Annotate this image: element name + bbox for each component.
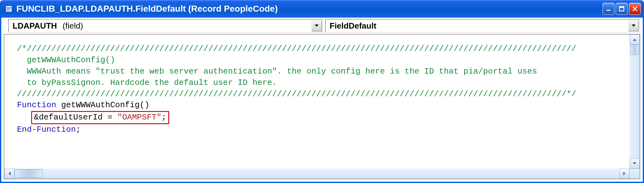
code-string: "OAMPSFT": [117, 113, 161, 122]
horizontal-scroll-thumb[interactable]: [14, 169, 43, 178]
svg-rect-3: [7, 10, 10, 10]
svg-rect-6: [619, 7, 624, 8]
titlebar[interactable]: FUNCLIB_LDAP.LDAPAUTH.FieldDefault (Reco…: [1, 0, 643, 18]
window-buttons: [602, 3, 641, 15]
chevron-left-icon: [8, 171, 11, 176]
event-dropdown-button[interactable]: [628, 20, 639, 31]
scrollbar-corner: [630, 169, 640, 179]
svg-rect-4: [607, 10, 610, 11]
code-area[interactable]: /*//////////////////////////////////////…: [4, 35, 630, 169]
code-semicolon: ;: [162, 113, 167, 122]
code-comment: /*//////////////////////////////////////…: [17, 44, 576, 53]
code-comment: to byPassSignon. Hardcode the default us…: [17, 78, 277, 87]
scroll-left-button[interactable]: [4, 169, 14, 179]
svg-rect-1: [7, 7, 11, 8]
scroll-right-button[interactable]: [619, 169, 630, 179]
vertical-scroll-thumb[interactable]: [630, 45, 639, 55]
horizontal-scroll-track[interactable]: [14, 169, 619, 179]
code-comment: ////////////////////////////////////////…: [17, 89, 576, 99]
code-keyword: End-Function: [17, 125, 76, 134]
code-identifier: getWWWAuthConfig(): [56, 100, 149, 110]
code-operator: =: [108, 113, 117, 122]
code-editor: /*//////////////////////////////////////…: [4, 34, 640, 179]
close-button[interactable]: [629, 3, 641, 15]
event-dropdown-value: FieldDefault: [330, 21, 376, 31]
code-semicolon: ;: [76, 125, 81, 134]
dropdown-row: LDAPAUTH (field) FieldDefault: [1, 18, 643, 34]
scroll-up-button[interactable]: [630, 35, 640, 45]
chevron-right-icon: [623, 171, 626, 176]
field-dropdown-button[interactable]: [311, 20, 322, 31]
chevron-down-icon: [314, 24, 319, 27]
code-comment: WWWAuth means "trust the web server auth…: [17, 67, 537, 76]
app-icon: [4, 4, 13, 13]
highlight-box: &defaultUserId = "OAMPSFT";: [31, 111, 169, 124]
chevron-down-icon: [631, 24, 636, 27]
field-dropdown-value: LDAPAUTH: [13, 21, 57, 31]
horizontal-scrollbar[interactable]: [4, 169, 630, 179]
maximize-button[interactable]: [616, 3, 628, 15]
vertical-scroll-track[interactable]: [630, 45, 640, 158]
event-dropdown[interactable]: FieldDefault: [325, 19, 640, 33]
chevron-down-icon: [632, 162, 637, 165]
code-editor-window: FUNCLIB_LDAP.LDAPAUTH.FieldDefault (Reco…: [0, 0, 644, 183]
chevron-up-icon: [632, 38, 637, 41]
svg-rect-2: [7, 8, 11, 9]
code-keyword: Function: [17, 100, 56, 110]
scroll-down-button[interactable]: [630, 158, 640, 169]
code-comment: getWWWAuthConfig(): [17, 55, 115, 65]
vertical-scrollbar[interactable]: [630, 35, 640, 169]
window-title: FUNCLIB_LDAP.LDAPAUTH.FieldDefault (Reco…: [16, 4, 602, 14]
minimize-button[interactable]: [602, 3, 614, 15]
code-variable: &defaultUserId: [34, 113, 108, 122]
field-dropdown[interactable]: LDAPAUTH (field): [8, 19, 323, 33]
field-dropdown-sub: (field): [63, 21, 83, 31]
